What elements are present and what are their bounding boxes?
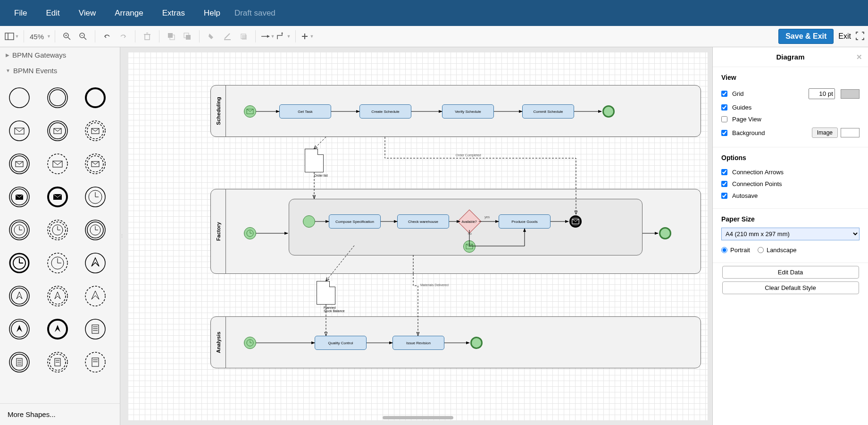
paper-section-header: Paper Size <box>721 215 860 223</box>
menubar: File Edit View Arrange Extras Help Draft… <box>0 0 868 26</box>
redo-button[interactable] <box>116 29 130 43</box>
background-image-button[interactable]: Image <box>812 128 838 138</box>
clear-default-style-button[interactable]: Clear Default Style <box>722 281 859 294</box>
pool-analysis[interactable]: Analysis Quality Control Issue Revision <box>210 316 701 368</box>
grid-color-swatch[interactable] <box>841 89 860 99</box>
shadow-button[interactable] <box>236 29 250 43</box>
event-intermediate-timer[interactable] <box>5 215 34 245</box>
svg-rect-16 <box>224 39 231 40</box>
svg-point-34 <box>87 123 103 139</box>
event-timer-dash[interactable] <box>43 248 72 278</box>
event-intermediate-message-catch[interactable] <box>43 116 72 145</box>
exit-button[interactable]: Exit <box>838 32 851 41</box>
close-panel-icon[interactable]: ✕ <box>856 53 862 61</box>
zoom-level[interactable]: 45% <box>28 33 46 41</box>
conn-points-label: Connection Points <box>732 180 782 187</box>
event-intermediate-none[interactable] <box>43 83 72 112</box>
palette-gateways-header[interactable]: ▶BPMN Gateways <box>0 47 120 63</box>
pool-scheduling[interactable]: Scheduling Get Task Create Schedule Veri… <box>210 85 701 137</box>
doc-order-list-label: Order list <box>314 174 327 177</box>
event-start-message-noninterrupt[interactable] <box>43 149 72 178</box>
svg-marker-84 <box>17 325 22 332</box>
event-end-none[interactable] <box>81 83 110 112</box>
background-checkbox[interactable] <box>721 130 727 136</box>
menu-extras[interactable]: Extras <box>153 8 194 18</box>
event-end-escalation[interactable] <box>43 314 72 344</box>
pool-factory[interactable]: Factory Compose Specification Check ware… <box>210 189 701 274</box>
horizontal-scrollbar[interactable] <box>383 416 453 419</box>
palette-events-header[interactable]: ▼BPMN Events <box>0 63 120 78</box>
pageview-checkbox[interactable] <box>721 116 727 122</box>
event-start-conditional[interactable] <box>81 314 110 344</box>
event-boundary-message-dash[interactable] <box>81 149 110 178</box>
landscape-radio[interactable] <box>758 247 764 253</box>
svg-rect-104 <box>92 358 99 366</box>
fill-color-button[interactable] <box>204 29 218 43</box>
event-intermediate-conditional[interactable] <box>5 348 34 377</box>
event-start-conditional-dash[interactable] <box>81 348 110 377</box>
event-intermediate-escalation[interactable] <box>5 281 34 311</box>
shapes-sidebar: ▶BPMN Gateways ▼BPMN Events <box>0 47 120 425</box>
event-intermediate-escalation-throw[interactable] <box>5 314 34 344</box>
event-boundary-message-noninterrupt[interactable] <box>81 116 110 145</box>
menu-arrange[interactable]: Arrange <box>105 8 152 18</box>
insert-button[interactable]: ▼ <box>300 29 315 43</box>
to-back-button[interactable] <box>180 29 194 43</box>
paper-size-select[interactable]: A4 (210 mm x 297 mm) <box>721 228 860 240</box>
event-boundary-escalation-noninterrupt[interactable] <box>43 281 72 311</box>
svg-point-27 <box>86 88 105 107</box>
event-end-message[interactable] <box>43 182 72 212</box>
event-start-escalation[interactable] <box>81 248 110 278</box>
svg-point-103 <box>85 352 105 372</box>
more-shapes-button[interactable]: More Shapes... <box>0 403 120 425</box>
event-boundary-conditional-noninterrupt[interactable] <box>43 348 72 377</box>
event-start-message[interactable] <box>5 116 34 145</box>
format-panel-title: Diagram✕ <box>713 47 868 67</box>
save-exit-button[interactable]: Save & Exit <box>778 29 834 44</box>
menu-edit[interactable]: Edit <box>36 8 69 18</box>
palette-gateways-label: BPMN Gateways <box>12 51 66 59</box>
edit-data-button[interactable]: Edit Data <box>722 266 859 279</box>
menu-file[interactable]: File <box>5 8 36 18</box>
conn-points-checkbox[interactable] <box>721 181 727 187</box>
fullscreen-icon[interactable] <box>856 32 864 42</box>
zoom-in-button[interactable] <box>60 29 74 43</box>
event-boundary-timer-noninterrupt[interactable] <box>43 215 72 245</box>
doc-planned-stock[interactable] <box>317 281 335 305</box>
doc-planned-stock-label: Planned Stock Balance <box>324 306 345 313</box>
menu-view[interactable]: View <box>69 8 106 18</box>
event-intermediate-message-throw[interactable] <box>5 182 34 212</box>
doc-order-list[interactable] <box>305 149 324 172</box>
event-start-message-sub[interactable] <box>5 149 34 178</box>
to-front-button[interactable] <box>164 29 178 43</box>
delete-button[interactable] <box>140 29 154 43</box>
svg-point-37 <box>11 156 27 172</box>
event-start-escalation-dash[interactable] <box>81 281 110 311</box>
pageview-label: Page View <box>732 116 761 123</box>
svg-point-42 <box>87 156 103 172</box>
svg-rect-12 <box>168 33 173 38</box>
view-mode-button[interactable]: ▼ <box>5 29 19 43</box>
line-color-button[interactable] <box>220 29 234 43</box>
menu-help[interactable]: Help <box>194 8 230 18</box>
guides-checkbox[interactable] <box>721 104 727 110</box>
event-timer-bold[interactable] <box>5 248 34 278</box>
grid-checkbox[interactable] <box>721 91 727 97</box>
grid-size-input[interactable] <box>809 88 835 99</box>
waypoint-button[interactable]: ▼ <box>276 29 291 43</box>
toolbar: ▼ 45%▼ ▼ ▼ ▼ Save & Exit Exit <box>0 26 868 47</box>
event-start-timer-sub[interactable] <box>81 215 110 245</box>
background-color-swatch[interactable] <box>841 128 860 137</box>
undo-button[interactable] <box>100 29 114 43</box>
landscape-label: Landscape <box>767 246 797 254</box>
event-start-timer[interactable] <box>81 182 110 212</box>
autosave-checkbox[interactable] <box>721 193 727 199</box>
format-panel: Diagram✕ View Grid Guides Page View Back… <box>712 47 868 425</box>
connection-button[interactable]: ▼ <box>260 29 275 43</box>
conn-arrows-checkbox[interactable] <box>721 169 727 175</box>
zoom-out-button[interactable] <box>76 29 90 43</box>
portrait-radio[interactable] <box>721 247 727 253</box>
canvas-area[interactable]: Scheduling Get Task Create Schedule Veri… <box>123 47 712 425</box>
svg-rect-0 <box>5 33 14 40</box>
event-start-none[interactable] <box>5 83 34 112</box>
